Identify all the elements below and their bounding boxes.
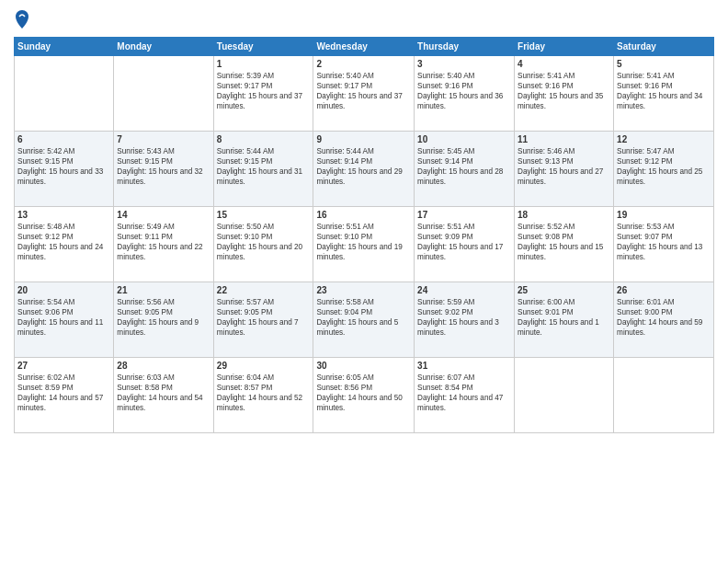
calendar-table: SundayMondayTuesdayWednesdayThursdayFrid… — [14, 37, 714, 433]
calendar-week-5: 27Sunrise: 6:02 AMSunset: 8:59 PMDayligh… — [15, 358, 714, 433]
day-number: 24 — [417, 285, 511, 295]
calendar-cell — [15, 56, 114, 132]
day-info: Sunrise: 5:42 AMSunset: 9:15 PMDaylight:… — [17, 146, 110, 187]
day-number: 22 — [217, 285, 311, 295]
day-number: 19 — [617, 210, 711, 220]
calendar-week-1: 1Sunrise: 5:39 AMSunset: 9:17 PMDaylight… — [15, 56, 714, 132]
day-info: Sunrise: 5:39 AMSunset: 9:17 PMDaylight:… — [217, 71, 311, 111]
day-number: 11 — [518, 134, 610, 144]
calendar-cell: 5Sunrise: 5:41 AMSunset: 9:16 PMDaylight… — [614, 56, 714, 132]
day-number: 7 — [117, 134, 210, 144]
day-info: Sunrise: 5:59 AMSunset: 9:02 PMDaylight:… — [417, 297, 511, 338]
day-info: Sunrise: 6:01 AMSunset: 9:00 PMDaylight:… — [617, 297, 711, 338]
day-info: Sunrise: 6:03 AMSunset: 8:58 PMDaylight:… — [117, 373, 210, 413]
day-number: 14 — [117, 210, 210, 220]
day-info: Sunrise: 5:51 AMSunset: 9:09 PMDaylight:… — [417, 222, 511, 262]
calendar-week-4: 20Sunrise: 5:54 AMSunset: 9:06 PMDayligh… — [15, 282, 714, 358]
weekday-header-row: SundayMondayTuesdayWednesdayThursdayFrid… — [15, 38, 714, 56]
day-info: Sunrise: 5:58 AMSunset: 9:04 PMDaylight:… — [316, 297, 411, 338]
calendar-cell: 26Sunrise: 6:01 AMSunset: 9:00 PMDayligh… — [614, 282, 714, 358]
calendar-cell: 23Sunrise: 5:58 AMSunset: 9:04 PMDayligh… — [313, 282, 415, 358]
calendar-cell: 11Sunrise: 5:46 AMSunset: 9:13 PMDayligh… — [515, 132, 614, 207]
day-info: Sunrise: 6:02 AMSunset: 8:59 PMDaylight:… — [17, 373, 110, 413]
day-number: 25 — [518, 285, 610, 295]
day-info: Sunrise: 5:54 AMSunset: 9:06 PMDaylight:… — [17, 297, 110, 338]
day-info: Sunrise: 6:00 AMSunset: 9:01 PMDaylight:… — [518, 297, 610, 338]
calendar-cell: 1Sunrise: 5:39 AMSunset: 9:17 PMDaylight… — [213, 56, 313, 132]
day-number: 9 — [316, 134, 411, 144]
day-info: Sunrise: 5:40 AMSunset: 9:17 PMDaylight:… — [316, 71, 411, 111]
calendar-cell: 24Sunrise: 5:59 AMSunset: 9:02 PMDayligh… — [415, 282, 515, 358]
day-info: Sunrise: 5:41 AMSunset: 9:16 PMDaylight:… — [617, 71, 711, 111]
day-number: 12 — [617, 134, 711, 144]
calendar-cell: 3Sunrise: 5:40 AMSunset: 9:16 PMDaylight… — [415, 56, 515, 132]
day-info: Sunrise: 5:48 AMSunset: 9:12 PMDaylight:… — [17, 222, 110, 262]
day-info: Sunrise: 6:07 AMSunset: 8:54 PMDaylight:… — [417, 373, 511, 413]
calendar-cell: 9Sunrise: 5:44 AMSunset: 9:14 PMDaylight… — [313, 132, 415, 207]
weekday-header-sunday: Sunday — [15, 38, 114, 56]
calendar-cell: 13Sunrise: 5:48 AMSunset: 9:12 PMDayligh… — [15, 207, 114, 282]
day-info: Sunrise: 5:49 AMSunset: 9:11 PMDaylight:… — [117, 222, 210, 262]
calendar-cell: 31Sunrise: 6:07 AMSunset: 8:54 PMDayligh… — [415, 358, 515, 433]
calendar-cell: 10Sunrise: 5:45 AMSunset: 9:14 PMDayligh… — [415, 132, 515, 207]
day-number: 18 — [518, 210, 610, 220]
day-info: Sunrise: 5:56 AMSunset: 9:05 PMDaylight:… — [117, 297, 210, 338]
day-info: Sunrise: 5:52 AMSunset: 9:08 PMDaylight:… — [518, 222, 610, 262]
day-number: 2 — [316, 59, 411, 69]
day-info: Sunrise: 5:44 AMSunset: 9:14 PMDaylight:… — [316, 146, 411, 187]
day-info: Sunrise: 5:44 AMSunset: 9:15 PMDaylight:… — [217, 146, 311, 187]
calendar-cell: 14Sunrise: 5:49 AMSunset: 9:11 PMDayligh… — [114, 207, 213, 282]
day-info: Sunrise: 6:04 AMSunset: 8:57 PMDaylight:… — [217, 373, 311, 413]
weekday-header-friday: Friday — [515, 38, 614, 56]
day-number: 28 — [117, 361, 210, 371]
weekday-header-wednesday: Wednesday — [313, 38, 415, 56]
day-info: Sunrise: 5:41 AMSunset: 9:16 PMDaylight:… — [518, 71, 610, 111]
weekday-header-thursday: Thursday — [415, 38, 515, 56]
calendar-cell: 7Sunrise: 5:43 AMSunset: 9:15 PMDaylight… — [114, 132, 213, 207]
calendar-page: SundayMondayTuesdayWednesdayThursdayFrid… — [0, 0, 728, 563]
calendar-cell — [114, 56, 213, 132]
calendar-cell: 29Sunrise: 6:04 AMSunset: 8:57 PMDayligh… — [213, 358, 313, 433]
calendar-cell: 20Sunrise: 5:54 AMSunset: 9:06 PMDayligh… — [15, 282, 114, 358]
calendar-cell — [515, 358, 614, 433]
day-number: 6 — [17, 134, 110, 144]
day-number: 3 — [417, 59, 511, 69]
calendar-cell: 30Sunrise: 6:05 AMSunset: 8:56 PMDayligh… — [313, 358, 415, 433]
calendar-cell: 25Sunrise: 6:00 AMSunset: 9:01 PMDayligh… — [515, 282, 614, 358]
page-header — [14, 9, 714, 29]
calendar-week-2: 6Sunrise: 5:42 AMSunset: 9:15 PMDaylight… — [15, 132, 714, 207]
weekday-header-tuesday: Tuesday — [213, 38, 313, 56]
day-number: 1 — [217, 59, 311, 69]
day-number: 8 — [217, 134, 311, 144]
day-info: Sunrise: 5:46 AMSunset: 9:13 PMDaylight:… — [518, 146, 610, 187]
day-info: Sunrise: 5:50 AMSunset: 9:10 PMDaylight:… — [217, 222, 311, 262]
day-info: Sunrise: 5:47 AMSunset: 9:12 PMDaylight:… — [617, 146, 711, 187]
calendar-cell: 22Sunrise: 5:57 AMSunset: 9:05 PMDayligh… — [213, 282, 313, 358]
day-number: 4 — [518, 59, 610, 69]
calendar-cell: 8Sunrise: 5:44 AMSunset: 9:15 PMDaylight… — [213, 132, 313, 207]
day-number: 10 — [417, 134, 511, 144]
calendar-cell: 19Sunrise: 5:53 AMSunset: 9:07 PMDayligh… — [614, 207, 714, 282]
weekday-header-monday: Monday — [114, 38, 213, 56]
day-info: Sunrise: 5:40 AMSunset: 9:16 PMDaylight:… — [417, 71, 511, 111]
day-number: 31 — [417, 361, 511, 371]
calendar-cell: 21Sunrise: 5:56 AMSunset: 9:05 PMDayligh… — [114, 282, 213, 358]
logo — [14, 9, 33, 29]
day-info: Sunrise: 5:43 AMSunset: 9:15 PMDaylight:… — [117, 146, 210, 187]
day-number: 13 — [17, 210, 110, 220]
calendar-cell: 12Sunrise: 5:47 AMSunset: 9:12 PMDayligh… — [614, 132, 714, 207]
calendar-cell: 4Sunrise: 5:41 AMSunset: 9:16 PMDaylight… — [515, 56, 614, 132]
calendar-cell: 2Sunrise: 5:40 AMSunset: 9:17 PMDaylight… — [313, 56, 415, 132]
day-number: 21 — [117, 285, 210, 295]
logo-icon — [14, 9, 30, 29]
day-number: 20 — [17, 285, 110, 295]
day-number: 23 — [316, 285, 411, 295]
calendar-cell — [614, 358, 714, 433]
day-number: 30 — [316, 361, 411, 371]
calendar-cell: 28Sunrise: 6:03 AMSunset: 8:58 PMDayligh… — [114, 358, 213, 433]
day-number: 27 — [17, 361, 110, 371]
day-number: 17 — [417, 210, 511, 220]
day-info: Sunrise: 5:51 AMSunset: 9:10 PMDaylight:… — [316, 222, 411, 262]
day-info: Sunrise: 5:45 AMSunset: 9:14 PMDaylight:… — [417, 146, 511, 187]
calendar-week-3: 13Sunrise: 5:48 AMSunset: 9:12 PMDayligh… — [15, 207, 714, 282]
